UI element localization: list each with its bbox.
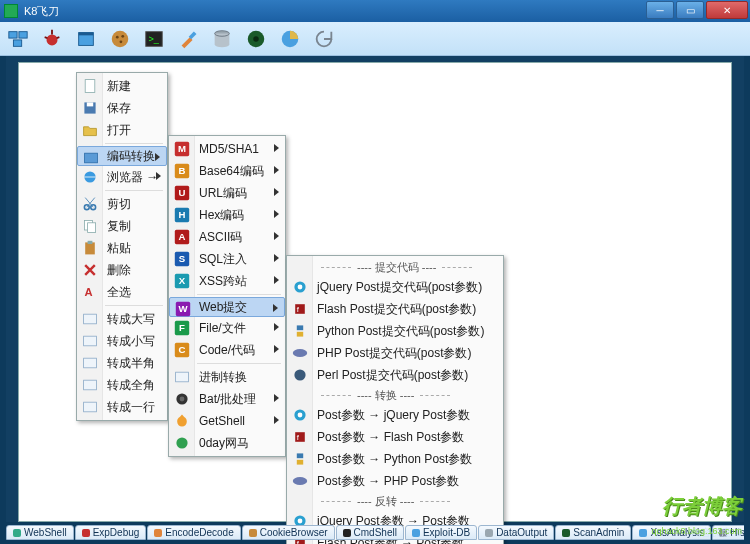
menu-item[interactable]: BBase64编码 bbox=[169, 160, 285, 182]
submenu-web-submit: ---- 提交代码 ----jQuery Post提交代码(post参数)fFl… bbox=[286, 255, 504, 544]
svg-rect-2 bbox=[13, 39, 21, 45]
menu-item-label: 浏览器 → bbox=[107, 169, 158, 186]
menu-item[interactable]: 转成小写 bbox=[77, 330, 167, 352]
menu-item-label: 打开 bbox=[107, 122, 131, 139]
window-title: K8飞刀 bbox=[24, 4, 59, 19]
tab-icon bbox=[562, 529, 570, 537]
menu-item[interactable]: fPost参数 → Flash Post参数 bbox=[287, 426, 503, 448]
svg-rect-23 bbox=[87, 102, 93, 106]
maximize-button[interactable]: ▭ bbox=[676, 1, 704, 19]
menu-item[interactable]: fFlash Post提交代码(post参数) bbox=[287, 298, 503, 320]
menu-item[interactable]: 新建 bbox=[77, 75, 167, 97]
menu-item[interactable]: 浏览器 → bbox=[77, 166, 167, 188]
tab-dataoutput[interactable]: DataOutput bbox=[478, 525, 554, 540]
menu-item[interactable]: Post参数 → jQuery Post参数 bbox=[287, 404, 503, 426]
menu-item[interactable]: CCode/代码 bbox=[169, 339, 285, 361]
screens-icon[interactable] bbox=[6, 27, 30, 51]
menu-item[interactable]: 转成半角 bbox=[77, 352, 167, 374]
menu-item[interactable]: WWeb提交 bbox=[169, 297, 285, 317]
menu-item-label: Code/代码 bbox=[199, 342, 255, 359]
tab-cmdshell[interactable]: CmdShell bbox=[336, 525, 404, 540]
piechart-icon[interactable] bbox=[278, 27, 302, 51]
menu-item[interactable]: Post参数 → Python Post参数 bbox=[287, 448, 503, 470]
menu-item[interactable]: 粘贴 bbox=[77, 237, 167, 259]
menu-item[interactable]: jQuery Post提交代码(post参数) bbox=[287, 276, 503, 298]
svg-rect-36 bbox=[84, 380, 97, 390]
tab-icon bbox=[485, 529, 493, 537]
menu-item[interactable]: GetShell bbox=[169, 410, 285, 432]
brush-icon[interactable] bbox=[176, 27, 200, 51]
menu-item[interactable]: 删除 bbox=[77, 259, 167, 281]
tab-label: CmdShell bbox=[354, 527, 397, 538]
menu-item[interactable]: HHex编码 bbox=[169, 204, 285, 226]
menu-section-header: ---- 转换 ---- bbox=[287, 386, 503, 404]
c-icon: C bbox=[173, 341, 191, 359]
menu-item[interactable]: 剪切 bbox=[77, 193, 167, 215]
menu-item[interactable]: Perl Post提交代码(post参数) bbox=[287, 364, 503, 386]
svg-text:H: H bbox=[179, 209, 186, 220]
terminal-icon[interactable]: >_ bbox=[142, 27, 166, 51]
tab-scanadmin[interactable]: ScanAdmin bbox=[555, 525, 631, 540]
menu-item[interactable]: PHP Post提交代码(post参数) bbox=[287, 342, 503, 364]
menu-separator bbox=[197, 363, 281, 364]
full-icon bbox=[81, 376, 99, 394]
lower-icon bbox=[81, 332, 99, 350]
w-icon: W bbox=[174, 300, 192, 318]
tab-expdebug[interactable]: ExpDebug bbox=[75, 525, 147, 540]
menu-item-label: 进制转换 bbox=[199, 369, 247, 386]
menu-item[interactable]: 编码转换 bbox=[77, 146, 167, 166]
menu-item[interactable]: XXSS跨站 bbox=[169, 270, 285, 292]
close-button[interactable]: ✕ bbox=[706, 1, 748, 19]
menu-item[interactable]: 复制 bbox=[77, 215, 167, 237]
menu-item[interactable]: Post参数 → PHP Post参数 bbox=[287, 470, 503, 492]
menu-item-label: URL编码 bbox=[199, 185, 247, 202]
menu-item[interactable]: 转成一行 bbox=[77, 396, 167, 418]
watermark-url: qqhack8.blog.163.com bbox=[651, 526, 742, 536]
svg-text:X: X bbox=[179, 275, 186, 286]
menu-item[interactable]: MMD5/SHA1 bbox=[169, 138, 285, 160]
menu-item[interactable]: A全选 bbox=[77, 281, 167, 303]
menu-item-label: 剪切 bbox=[107, 196, 131, 213]
menu-item[interactable]: 转成全角 bbox=[77, 374, 167, 396]
svg-point-9 bbox=[112, 30, 129, 47]
tab-label: EncodeDecode bbox=[165, 527, 233, 538]
menu-item-label: 粘贴 bbox=[107, 240, 131, 257]
paste-icon bbox=[81, 239, 99, 257]
menu-item[interactable]: 保存 bbox=[77, 97, 167, 119]
tab-cookiebrowser[interactable]: CookieBrowser bbox=[242, 525, 335, 540]
menu-item[interactable]: Python Post提交代码(post参数) bbox=[287, 320, 503, 342]
menu-item-label: 转成全角 bbox=[107, 377, 155, 394]
menu-item[interactable]: 打开 bbox=[77, 119, 167, 141]
menu-item[interactable]: 进制转换 bbox=[169, 366, 285, 388]
chevron-right-icon bbox=[274, 166, 279, 174]
minimize-button[interactable]: ─ bbox=[646, 1, 674, 19]
tab-encodedecode[interactable]: EncodeDecode bbox=[147, 525, 240, 540]
window-icon[interactable] bbox=[74, 27, 98, 51]
svg-rect-31 bbox=[88, 241, 93, 244]
database-icon[interactable] bbox=[210, 27, 234, 51]
bug-icon[interactable] bbox=[40, 27, 64, 51]
svg-text:A: A bbox=[84, 286, 92, 298]
svg-text:C: C bbox=[179, 344, 186, 355]
cookie-icon[interactable] bbox=[108, 27, 132, 51]
refresh-icon[interactable] bbox=[312, 27, 336, 51]
menu-item-label: 编码转换 bbox=[107, 148, 155, 165]
svg-text:S: S bbox=[179, 253, 186, 264]
menu-item-label: 转成半角 bbox=[107, 355, 155, 372]
menu-item-label: 保存 bbox=[107, 100, 131, 117]
bat-icon bbox=[173, 390, 191, 408]
menu-item[interactable]: FFile/文件 bbox=[169, 317, 285, 339]
menu-item[interactable]: AASCII码 bbox=[169, 226, 285, 248]
menu-item[interactable]: 转成大写 bbox=[77, 308, 167, 330]
menu-item[interactable]: SSQL注入 bbox=[169, 248, 285, 270]
chevron-right-icon bbox=[274, 276, 279, 284]
tab-webshell[interactable]: WebShell bbox=[6, 525, 74, 540]
half-icon bbox=[81, 354, 99, 372]
tab-icon bbox=[639, 529, 647, 537]
menu-item[interactable]: Bat/批处理 bbox=[169, 388, 285, 410]
svg-rect-35 bbox=[84, 358, 97, 368]
disc-icon[interactable] bbox=[244, 27, 268, 51]
menu-item[interactable]: UURL编码 bbox=[169, 182, 285, 204]
menu-item[interactable]: 0day网马 bbox=[169, 432, 285, 454]
tab-exploit-db[interactable]: Exploit-DB bbox=[405, 525, 477, 540]
